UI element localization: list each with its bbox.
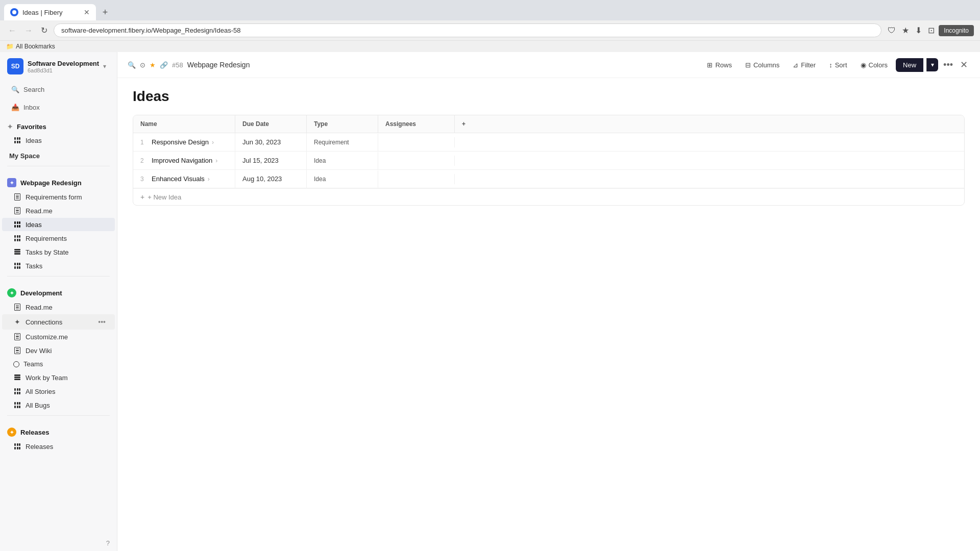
sidebar-label: Requirements [26, 235, 108, 242]
download-icon[interactable]: ⬇ [913, 23, 924, 37]
row-name[interactable]: Enhanced Visuals [152, 175, 205, 183]
divider [7, 166, 110, 166]
help-button[interactable]: ? [0, 535, 117, 551]
due-date-cell-2: Jul 15, 2023 [235, 152, 307, 169]
tab-favicon [10, 8, 18, 16]
inbox-icon: 📥 [11, 104, 19, 111]
sidebar-item-teams[interactable]: Teams [2, 358, 115, 370]
rows-button[interactable]: ⊞ Rows [702, 59, 737, 71]
forward-button[interactable]: → [22, 24, 35, 37]
address-bar[interactable]: software-development.fibery.io/Webpage_R… [54, 23, 881, 37]
workspace-switcher[interactable]: SD Software Development 6ad8d3d1 ▾ [7, 58, 106, 74]
sidebar-label: Dev Wiki [26, 347, 108, 355]
col-due-date: Due Date [235, 115, 307, 133]
assignees-cell-2 [378, 156, 455, 166]
shield-icon[interactable]: 🛡 [886, 24, 898, 37]
bookmarks-label: All Bookmarks [16, 43, 55, 50]
close-button[interactable]: ✕ [958, 57, 970, 72]
sidebar-item-ideas-favorites[interactable]: Ideas [2, 134, 115, 147]
new-tab-button[interactable]: + [98, 5, 112, 19]
development-section: ✦ Development Read.me ✦ Connections ••• [0, 284, 117, 412]
development-icon: ✦ [7, 288, 16, 297]
sidebar-item-work-by-team[interactable]: Work by Team [2, 371, 115, 384]
nav-bar: ← → ↻ software-development.fibery.io/Web… [0, 20, 980, 40]
search-icon: 🔍 [11, 86, 19, 93]
expand-icon[interactable]: › [212, 139, 214, 146]
plus-icon: + [140, 193, 144, 201]
colors-button[interactable]: ◉ Colors [855, 59, 893, 71]
grid-icon [13, 220, 21, 229]
incognito-button[interactable]: Incognito [939, 25, 974, 36]
star-icon[interactable]: ★ [900, 23, 911, 37]
columns-button[interactable]: ⊟ Columns [740, 59, 785, 71]
sidebar-label: All Stories [26, 388, 108, 395]
bars-icon [13, 373, 21, 382]
table-row: 1 Responsive Design › Jun 30, 2023 Requi… [133, 133, 964, 152]
more-options-button[interactable]: ••• [941, 58, 955, 72]
expand-icon[interactable]: › [215, 157, 217, 164]
inbox-button[interactable]: 📥 Inbox [0, 101, 117, 114]
new-dropdown-button[interactable]: ▾ [926, 58, 938, 71]
grid-icon [13, 136, 21, 144]
row-name[interactable]: Improved Navigation [152, 157, 212, 164]
new-button[interactable]: New [896, 58, 923, 72]
sidebar-item-tasks-by-state[interactable]: Tasks by State [2, 245, 115, 259]
url-text: software-development.fibery.io/Webpage_R… [61, 27, 240, 34]
sidebar-item-readme-1[interactable]: Read.me [2, 204, 115, 217]
ideas-table: Name Due Date Type Assignees + 1 Respons… [133, 115, 965, 206]
sidebar-label: Ideas [26, 137, 108, 144]
favorites-section: ✦ Favorites Ideas [0, 118, 117, 147]
more-actions-button[interactable]: ••• [96, 317, 108, 327]
sidebar-item-customize[interactable]: Customize.me [2, 330, 115, 343]
sidebar-item-readme-dev[interactable]: Read.me [2, 300, 115, 314]
tab-close-button[interactable]: ✕ [84, 8, 90, 16]
sort-button[interactable]: ↕ Sort [824, 59, 852, 71]
releases-section-header[interactable]: ✦ Releases [2, 425, 115, 439]
add-new-row[interactable]: + + New Idea [133, 188, 964, 205]
expand-icon[interactable]: › [208, 176, 210, 183]
search-button[interactable]: 🔍 Search [7, 83, 110, 96]
active-tab[interactable]: Ideas | Fibery ✕ [4, 4, 96, 20]
rows-icon: ⊞ [707, 61, 713, 69]
star-icon-topbar[interactable]: ★ [150, 61, 156, 69]
search-icon-topbar[interactable]: 🔍 [128, 61, 136, 69]
link-icon[interactable]: 🔗 [160, 61, 168, 69]
webpage-redesign-header[interactable]: ✦ Webpage Redesign [2, 176, 115, 190]
bookmarks-bar: 📁 All Bookmarks [0, 40, 980, 52]
filter-button[interactable]: ⊿ Filter [788, 59, 821, 71]
row-name[interactable]: Responsive Design [152, 138, 209, 146]
name-cell-2: 2 Improved Navigation › [133, 152, 235, 169]
refresh-button[interactable]: ↻ [39, 23, 50, 37]
type-cell-2: Idea [307, 152, 378, 169]
sidebar-item-dev-wiki[interactable]: Dev Wiki [2, 344, 115, 357]
sidebar-item-all-stories[interactable]: All Stories [2, 385, 115, 398]
table-row: 3 Enhanced Visuals › Aug 10, 2023 Idea [133, 170, 964, 188]
colors-icon: ◉ [861, 61, 866, 69]
sidebar-item-connections[interactable]: ✦ Connections ••• [2, 314, 115, 330]
sidebar-item-requirements[interactable]: Requirements [2, 232, 115, 245]
favorites-label: Favorites [17, 123, 46, 131]
sidebar-label: Read.me [26, 304, 108, 311]
sidebar-item-tasks[interactable]: Tasks [2, 259, 115, 272]
breadcrumb[interactable]: Webpage Redesign [187, 61, 250, 69]
grid-icon [13, 442, 21, 450]
sidebar-item-requirements-form[interactable]: Requirements form [2, 190, 115, 204]
row-number: 2 [140, 157, 149, 164]
filter-icon: ⊿ [793, 61, 798, 69]
type-cell-1: Requirement [307, 134, 378, 151]
sidebar-item-ideas[interactable]: Ideas [2, 218, 115, 231]
search-label: Search [23, 86, 44, 93]
releases-section: ✦ Releases Releases [0, 423, 117, 454]
col-add[interactable]: + [455, 115, 475, 133]
doc-icon [13, 303, 21, 311]
back-button[interactable]: ← [6, 24, 18, 37]
layout-icon[interactable]: ⊡ [926, 23, 937, 37]
sidebar-item-my-space[interactable]: My Space [2, 149, 115, 162]
history-icon[interactable]: ⊙ [140, 61, 145, 69]
extra-cell-3 [455, 174, 475, 184]
col-assignees: Assignees [378, 115, 455, 133]
sidebar-item-all-bugs[interactable]: All Bugs [2, 398, 115, 412]
development-header[interactable]: ✦ Development [2, 286, 115, 300]
workspace-id: 6ad8d3d1 [28, 67, 99, 73]
sidebar-item-releases[interactable]: Releases [2, 440, 115, 453]
